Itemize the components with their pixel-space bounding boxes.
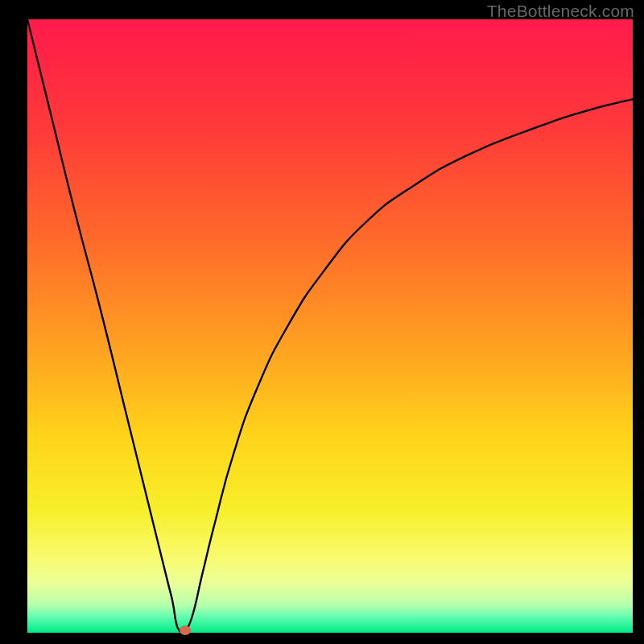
min-point-marker bbox=[180, 625, 191, 635]
chart-frame bbox=[27, 19, 633, 633]
bottleneck-curve bbox=[27, 19, 633, 633]
watermark-label: TheBottleneck.com bbox=[487, 2, 634, 21]
